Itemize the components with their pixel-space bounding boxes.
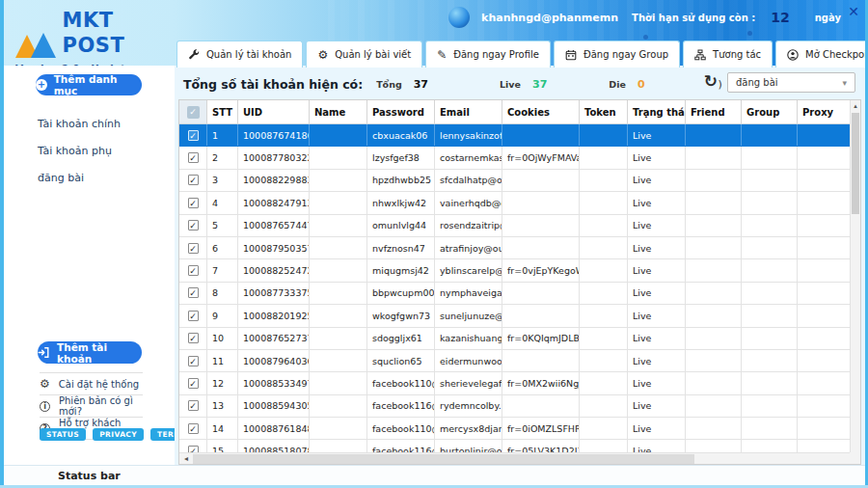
table-row[interactable]: ✓ 10 1000876527370... sdoggljx61 kazanis… xyxy=(179,328,850,350)
vertical-scroll-thumb[interactable] xyxy=(852,113,859,214)
row-checkbox[interactable]: ✓ xyxy=(179,328,207,349)
col-proxy[interactable]: Proxy xyxy=(798,100,850,123)
cell-password: wkogfgwn73 xyxy=(367,305,435,326)
link-label: Cài đặt hệ thống xyxy=(59,379,139,390)
row-checkbox[interactable]: ✓ xyxy=(179,215,207,236)
col-email[interactable]: Email xyxy=(435,100,502,123)
cell-token xyxy=(580,350,628,371)
row-checkbox[interactable]: ✓ xyxy=(179,237,207,258)
row-checkbox[interactable]: ✓ xyxy=(179,418,207,439)
table-row[interactable]: ✓ 2 1000877803225... lzysfgef38 costarne… xyxy=(179,147,850,169)
cell-email: sfcdalhatp@ou... xyxy=(435,170,502,191)
link-cai-dat-he-thong[interactable]: ⚙ Cài đặt hệ thống xyxy=(40,373,143,395)
table-row[interactable]: ✓ 1 1000876741867... cbxuacak06 lennysak… xyxy=(179,124,850,147)
logo-icon xyxy=(15,33,57,58)
tab-quan-ly-bai-viet[interactable]: ⚙ Quản lý bài viết xyxy=(306,41,422,68)
checkbox-icon: ✓ xyxy=(188,311,199,321)
cell-cookies xyxy=(502,237,580,258)
cell-email: mercysx8djanz... xyxy=(435,418,502,439)
col-password[interactable]: Password xyxy=(367,100,435,123)
cell-status: Live xyxy=(628,328,686,349)
live-value: 37 xyxy=(532,78,547,91)
horizontal-scrollbar[interactable]: ◂ xyxy=(179,452,850,464)
col-uid[interactable]: UID xyxy=(238,100,310,123)
avatar[interactable] xyxy=(448,7,470,28)
table-row[interactable]: ✓ 5 1000876574475... omunlvlg44 rosendza… xyxy=(179,215,850,237)
add-account-button[interactable]: Thêm tài khoản xyxy=(38,341,142,364)
privacy-button[interactable]: PRIVACY xyxy=(93,428,144,441)
table-row[interactable]: ✓ 4 1000882479130... nhwxlkjw42 vainerhq… xyxy=(179,192,850,214)
row-checkbox[interactable]: ✓ xyxy=(179,440,207,452)
table-row[interactable]: ✓ 8 1000877333750... bbpwcupm00 nymphave… xyxy=(179,283,850,305)
row-checkbox[interactable]: ✓ xyxy=(179,395,207,417)
scroll-up-icon[interactable]: ▴ xyxy=(851,100,860,112)
enter-icon xyxy=(38,346,50,359)
vertical-scrollbar[interactable]: ▴ xyxy=(850,100,860,452)
cell-token xyxy=(580,328,628,349)
table-row[interactable]: ✓ 9 1000882019253... wkogfgwn73 suneljun… xyxy=(179,305,850,327)
col-token[interactable]: Token xyxy=(580,100,628,123)
row-checkbox[interactable]: ✓ xyxy=(179,170,207,191)
cell-uid: 1000877803225... xyxy=(238,147,310,168)
sidebar-item-dang-bai[interactable]: đăng bài xyxy=(38,172,84,184)
table-row[interactable]: ✓ 3 1000882298839... hpzdhwbb25 sfcdalha… xyxy=(179,170,850,192)
cell-name xyxy=(310,259,367,281)
sidebar-item-tai-khoan-chinh[interactable]: Tài khoản chính xyxy=(38,118,121,130)
cell-uid: 1000876527370... xyxy=(238,328,310,349)
cell-name xyxy=(310,192,367,213)
select-all-checkbox[interactable]: ✓ xyxy=(179,100,207,123)
license-days-value: 12 xyxy=(771,10,789,25)
info-icon: i xyxy=(40,401,50,412)
cell-cookies xyxy=(502,350,580,371)
row-checkbox[interactable]: ✓ xyxy=(179,192,207,213)
table-row[interactable]: ✓ 14 1000887618489... facebook110@ mercy… xyxy=(179,418,850,440)
cell-friend xyxy=(686,372,742,393)
cell-token xyxy=(580,305,628,326)
close-icon[interactable]: ✕ xyxy=(848,5,859,18)
tab-mo-checkpoint[interactable]: Mở Checkpoint xyxy=(775,41,868,68)
cell-stt: 4 xyxy=(207,192,238,213)
table-row[interactable]: ✓ 12 1000885334978... facebook110@ sheri… xyxy=(179,372,850,394)
row-checkbox[interactable]: ✓ xyxy=(179,350,207,371)
category-dropdown[interactable]: đăng bài ▾ xyxy=(727,72,855,93)
cell-friend xyxy=(686,395,742,417)
horizontal-scroll-thumb[interactable] xyxy=(193,454,694,464)
tab-dang-ngay-profile[interactable]: ✎ Đăng ngay Profile xyxy=(425,41,551,68)
checkbox-icon: ✓ xyxy=(188,152,199,163)
cell-name xyxy=(310,305,367,326)
col-name[interactable]: Name xyxy=(310,100,367,123)
scroll-left-icon[interactable]: ◂ xyxy=(179,454,193,463)
row-checkbox[interactable]: ✓ xyxy=(179,305,207,326)
cell-email: yblinscarelp@o... xyxy=(435,259,502,281)
row-checkbox[interactable]: ✓ xyxy=(179,283,207,304)
col-cookies[interactable]: Cookies xyxy=(502,100,580,123)
cell-token xyxy=(580,192,628,213)
table-row[interactable]: ✓ 13 1000885943050... facebook116@ rydem… xyxy=(179,395,850,418)
table-row[interactable]: ✓ 11 1000879640364... squclion65 eidermu… xyxy=(179,350,850,372)
row-checkbox[interactable]: ✓ xyxy=(179,124,207,146)
cell-token xyxy=(580,418,628,439)
tab-tuong-tac[interactable]: Tương tác xyxy=(683,41,773,68)
col-friend[interactable]: Friend xyxy=(686,100,742,123)
link-phien-ban-moi[interactable]: i Phiên bản có gì mới? xyxy=(40,395,143,418)
table-row[interactable]: ✓ 15 1000885180787... facebook116@ burto… xyxy=(179,440,850,452)
row-checkbox[interactable]: ✓ xyxy=(179,372,207,393)
cell-cookies xyxy=(502,124,580,146)
col-trang-thai[interactable]: Trạng thái xyxy=(628,100,686,123)
table-row[interactable]: ✓ 6 1000879503570... nvfznosn47 atrafinj… xyxy=(179,237,850,259)
row-checkbox[interactable]: ✓ xyxy=(179,147,207,168)
sidebar-item-tai-khoan-phu[interactable]: Tài khoản phụ xyxy=(38,145,112,157)
status-button[interactable]: STATUS xyxy=(40,428,86,441)
tab-dang-ngay-group[interactable]: Đăng ngay Group xyxy=(554,41,680,68)
refresh-icon[interactable]: ↻ xyxy=(704,72,718,90)
cell-stt: 7 xyxy=(207,259,238,281)
table-row[interactable]: ✓ 7 1000882524728... miqugmsj42 yblinsca… xyxy=(179,259,850,282)
col-group[interactable]: Group xyxy=(742,100,798,123)
col-stt[interactable]: STT xyxy=(207,100,238,123)
row-checkbox[interactable]: ✓ xyxy=(179,259,207,281)
add-category-button[interactable]: + Thêm danh mục xyxy=(36,74,142,95)
cell-password: hpzdhwbb25 xyxy=(367,170,435,191)
cell-stt: 9 xyxy=(207,305,238,326)
live-label: Live xyxy=(500,79,521,90)
tab-quan-ly-tai-khoan[interactable]: Quản lý tài khoản xyxy=(176,41,303,68)
